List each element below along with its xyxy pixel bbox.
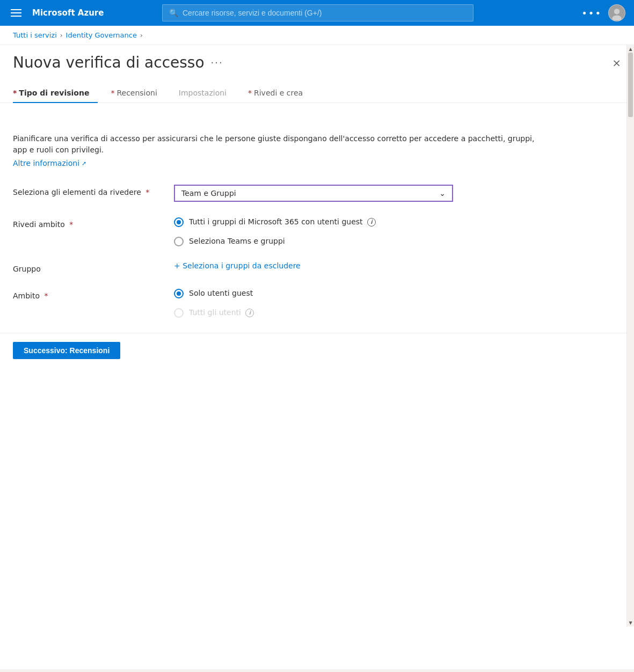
group-label: Gruppo [13, 261, 152, 273]
select-row: Seleziona gli elementi da rivedere * Tea… [13, 185, 545, 202]
tab-required-star-2: * [111, 89, 114, 97]
radio-select-teams[interactable] [174, 237, 184, 246]
ambito-required-star: * [42, 291, 48, 300]
external-link-icon: ➚ [82, 160, 86, 167]
tab-review-create[interactable]: *Rivedi e crea [248, 84, 311, 103]
brand-name: Microsoft Azure [32, 8, 104, 18]
ambito-row: Ambito * Solo utenti guest Tu [13, 288, 545, 318]
ambito-radio-group: Solo utenti guest Tutti gli utenti i [174, 288, 453, 318]
scope-required-star: * [67, 220, 73, 229]
ambito-all-users: Tutti gli utenti i [174, 308, 453, 318]
scope-row: Rivedi ambito * Tutti i gruppi di Micros… [13, 217, 545, 246]
scope-option-all-groups[interactable]: Tutti i gruppi di Microsoft 365 con uten… [174, 217, 453, 228]
select-value: Team e Gruppi [181, 189, 236, 198]
breadcrumb-all-services[interactable]: Tutti i servizi [13, 31, 57, 39]
main-container: ▲ ▼ Nuova verifica di accesso ··· × *Tip… [0, 45, 634, 669]
ambito-guest-only[interactable]: Solo utenti guest [174, 288, 453, 299]
tab-settings[interactable]: Impostazioni [179, 84, 235, 103]
hamburger-menu[interactable] [9, 7, 24, 19]
scope-radio-group: Tutti i gruppi di Microsoft 365 con uten… [174, 217, 453, 246]
tabs-container: *Tipo di revisione *Recensioni Impostazi… [0, 71, 634, 103]
scope-option-select-teams-label: Seleziona Teams e gruppi [189, 236, 285, 247]
scroll-down-arrow[interactable]: ▼ [627, 619, 635, 626]
tab-reviews[interactable]: *Recensioni [111, 84, 165, 103]
more-options-button[interactable]: ••• [581, 8, 602, 19]
select-required-star: * [143, 188, 149, 196]
radio-all-users [174, 308, 184, 318]
learn-more-link[interactable]: Altre informazioni ➚ [13, 159, 86, 167]
description-text: Pianificare una verifica di accesso per … [13, 133, 545, 156]
footer: Successivo: Recensioni [0, 333, 634, 368]
select-groups-link[interactable]: + Seleziona i gruppi da escludere [174, 261, 301, 270]
radio-guest-only[interactable] [174, 289, 184, 298]
page-more-options[interactable]: ··· [211, 57, 223, 68]
tab-required-star-1: * [13, 89, 17, 97]
page-header: Nuova verifica di accesso ··· × [0, 45, 634, 71]
scrollbar[interactable]: ▲ ▼ [626, 45, 634, 626]
ambito-guest-only-label: Solo utenti guest [189, 288, 253, 299]
tab-review-type[interactable]: *Tipo di revisione [13, 84, 98, 103]
info-icon-all-groups[interactable]: i [367, 218, 376, 227]
scroll-thumb[interactable] [628, 53, 633, 117]
info-icon-all-users: i [245, 309, 254, 317]
breadcrumb-sep-1: › [60, 32, 63, 39]
tab-required-star-3: * [248, 89, 252, 97]
topbar: Microsoft Azure 🔍 ••• [0, 0, 634, 26]
search-input[interactable] [183, 9, 467, 17]
ambito-options: Solo utenti guest Tutti gli utenti i [174, 288, 453, 318]
chevron-down-icon: ⌄ [439, 189, 446, 198]
scope-option-select-teams[interactable]: Seleziona Teams e gruppi [174, 236, 453, 247]
breadcrumb-identity-governance[interactable]: Identity Governance [66, 31, 137, 39]
ambito-label: Ambito * [13, 288, 152, 300]
scroll-up-arrow[interactable]: ▲ [627, 45, 635, 53]
group-row: Gruppo + Seleziona i gruppi da escludere [13, 261, 545, 273]
content-area: Pianificare una verifica di accesso per … [0, 103, 558, 333]
scroll-track [627, 53, 634, 619]
breadcrumb-sep-2: › [140, 32, 143, 39]
breadcrumb: Tutti i servizi › Identity Governance › [0, 26, 634, 45]
scope-option-all-groups-label: Tutti i gruppi di Microsoft 365 con uten… [189, 217, 376, 228]
user-avatar[interactable] [608, 4, 625, 21]
close-button[interactable]: × [612, 56, 621, 69]
search-icon: 🔍 [169, 9, 178, 17]
group-control: + Seleziona i gruppi da escludere [174, 261, 453, 270]
select-control: Team e Gruppi ⌄ [174, 185, 453, 202]
select-dropdown[interactable]: Team e Gruppi ⌄ [174, 185, 453, 202]
page-title: Nuova verifica di accesso [13, 54, 205, 71]
next-button[interactable]: Successivo: Recensioni [13, 342, 120, 359]
topbar-right: ••• [581, 4, 625, 21]
form-section: Seleziona gli elementi da rivedere * Tea… [13, 185, 545, 318]
search-bar[interactable]: 🔍 [162, 4, 473, 21]
select-label: Seleziona gli elementi da rivedere * [13, 185, 152, 196]
radio-all-groups[interactable] [174, 217, 184, 227]
ambito-all-users-label: Tutti gli utenti i [189, 308, 254, 318]
scope-label: Rivedi ambito * [13, 217, 152, 229]
description-section: Pianificare una verifica di accesso per … [13, 133, 545, 167]
scope-options: Tutti i gruppi di Microsoft 365 con uten… [174, 217, 453, 246]
svg-point-1 [614, 9, 620, 14]
